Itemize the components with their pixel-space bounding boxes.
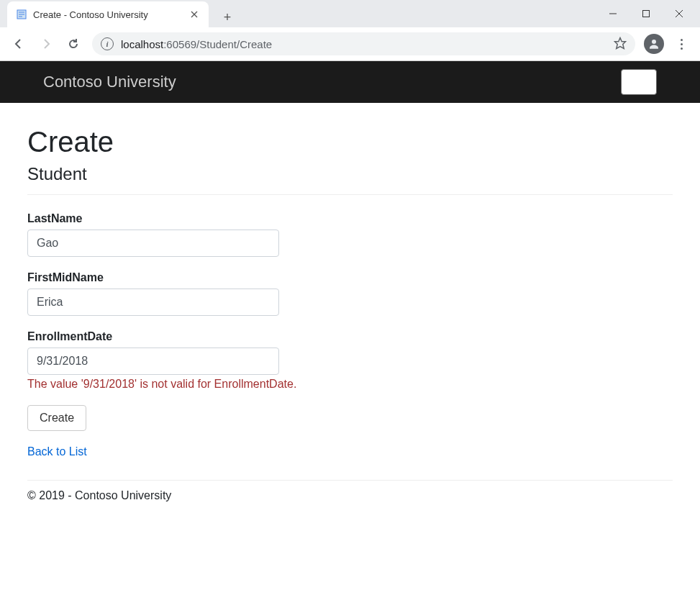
divider — [27, 194, 673, 195]
forward-button[interactable] — [33, 31, 59, 57]
site-navbar: Contoso University — [0, 61, 700, 103]
back-button[interactable] — [6, 31, 32, 57]
create-button[interactable]: Create — [27, 405, 86, 431]
tab-title: Create - Contoso University — [33, 9, 188, 20]
form-group-lastname: LastName — [27, 212, 673, 257]
url-host: localhost — [121, 38, 163, 50]
browser-toolbar: i localhost:60569/Student/Create — [0, 27, 700, 60]
svg-rect-1 — [643, 11, 650, 17]
site-info-icon[interactable]: i — [101, 37, 114, 50]
firstmidname-label: FirstMidName — [27, 271, 673, 284]
browser-tab[interactable]: Create - Contoso University — [7, 1, 209, 27]
browser-chrome: Create - Contoso University + i localhos… — [0, 0, 700, 61]
tab-strip: Create - Contoso University + — [0, 0, 700, 27]
back-to-list-link[interactable]: Back to List — [27, 445, 673, 458]
new-tab-button[interactable]: + — [217, 7, 237, 27]
page-favicon-icon — [16, 9, 27, 20]
page-title: Create — [27, 126, 673, 158]
lastname-input[interactable] — [27, 230, 279, 257]
page-subtitle: Student — [27, 164, 673, 184]
enrollmentdate-validation-message: The value '9/31/2018' is not valid for E… — [27, 378, 673, 391]
browser-menu-button[interactable] — [668, 39, 694, 50]
page-content: Create Student LastName FirstMidName Enr… — [0, 103, 700, 517]
nav-toggle-button[interactable] — [621, 69, 657, 95]
firstmidname-input[interactable] — [27, 289, 279, 316]
form-actions: Create — [27, 405, 673, 431]
minimize-button[interactable] — [596, 2, 629, 25]
profile-avatar-icon[interactable] — [644, 34, 664, 54]
svg-marker-10 — [615, 37, 626, 48]
svg-point-11 — [652, 40, 656, 44]
enrollmentdate-label: EnrollmentDate — [27, 330, 673, 343]
close-tab-icon[interactable] — [188, 9, 200, 20]
close-window-button[interactable] — [663, 2, 696, 25]
form-group-enrollmentdate: EnrollmentDate The value '9/31/2018' is … — [27, 330, 673, 391]
bookmark-star-icon[interactable] — [614, 37, 627, 52]
maximize-button[interactable] — [629, 2, 663, 25]
lastname-label: LastName — [27, 212, 673, 225]
enrollmentdate-input[interactable] — [27, 348, 279, 375]
reload-button[interactable] — [60, 31, 86, 57]
footer-text: © 2019 - Contoso University — [27, 489, 673, 502]
form-group-firstmidname: FirstMidName — [27, 271, 673, 316]
footer-divider — [27, 480, 673, 481]
brand-link[interactable]: Contoso University — [43, 73, 176, 91]
address-bar[interactable]: i localhost:60569/Student/Create — [92, 32, 635, 55]
url-path: :60569/Student/Create — [163, 38, 272, 50]
